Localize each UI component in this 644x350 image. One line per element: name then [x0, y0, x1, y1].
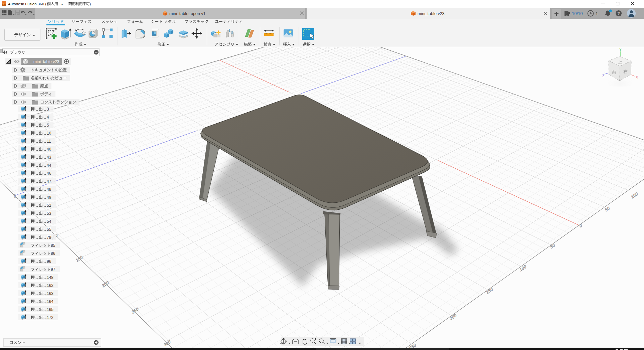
svg-text:X: X [636, 75, 638, 79]
svg-text:Y: Y [619, 48, 622, 51]
svg-text:Z: Z [602, 74, 605, 78]
